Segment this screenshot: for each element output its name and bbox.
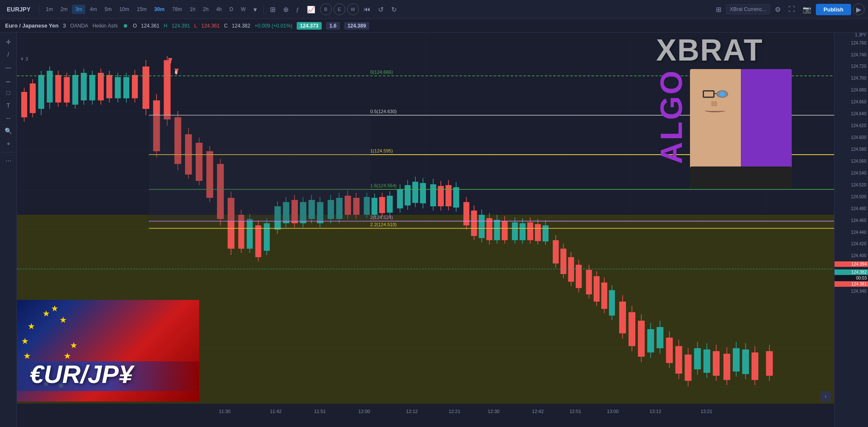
tf-D[interactable]: D <box>227 5 236 14</box>
crosshair-tool[interactable]: ✛ <box>2 36 15 48</box>
svg-text:12:42: 12:42 <box>532 409 544 414</box>
horizontal-line-tool[interactable]: — <box>2 61 15 73</box>
tool-divider <box>2 152 15 152</box>
tf-78m[interactable]: 78m <box>169 5 185 14</box>
svg-text:12:00: 12:00 <box>359 409 370 414</box>
b-icon[interactable]: B <box>320 3 332 15</box>
more-tools[interactable]: ⋯ <box>2 155 15 167</box>
symbol-label: EURJPY <box>3 4 34 14</box>
full-symbol: Euro / Japanese Yen <box>5 22 58 29</box>
zoom-tool[interactable]: 🔍 <box>2 125 15 137</box>
magnet-tool[interactable]: ⌖ <box>2 138 15 150</box>
chart-type: Heikin Ashi <box>92 23 117 29</box>
tf-W[interactable]: W <box>238 5 248 14</box>
toolbar: EURJPY 1m 2m 3m 4m 5m 10m 15m 30m 78m 1h… <box>0 0 868 19</box>
publish-button[interactable]: Publish <box>816 4 851 15</box>
trend-line-tool[interactable]: / <box>2 49 15 61</box>
svg-text:6: 6 <box>175 70 178 75</box>
star-1: ★ <box>42 308 50 319</box>
low-value: 124.361 <box>201 23 220 29</box>
measure-tool[interactable]: ↔ <box>2 112 15 124</box>
svg-text:12:51: 12:51 <box>570 409 581 414</box>
price-change: +0.009 (+0.01%) <box>254 23 292 29</box>
tf-30m[interactable]: 30m <box>151 5 167 14</box>
tf-2m[interactable]: 2m <box>58 5 71 14</box>
status-dot <box>124 24 127 28</box>
tf-4m[interactable]: 4m <box>87 5 100 14</box>
price-540: 124.540 <box>851 171 866 175</box>
jpy-label: 1 JPY <box>855 33 866 37</box>
divider <box>39 4 39 14</box>
robot-portrait <box>690 69 792 188</box>
redo-btn[interactable]: ↻ <box>388 4 400 15</box>
rect-tool[interactable]: □ <box>2 87 15 99</box>
settings-btn[interactable]: ⚙ <box>772 4 784 15</box>
svg-text:11:42: 11:42 <box>270 409 282 414</box>
tf-15m[interactable]: 15m <box>134 5 150 14</box>
price-660: 124.660 <box>851 100 866 104</box>
high-label: H <box>164 23 167 29</box>
svg-text:1(124.595): 1(124.595) <box>370 148 392 153</box>
play-btn[interactable]: ▶ <box>853 3 865 15</box>
tf-5m[interactable]: 5m <box>102 5 115 14</box>
fib-tool[interactable]: ⚊ <box>2 74 15 86</box>
w-icon[interactable]: W <box>347 3 359 15</box>
strategy-btn[interactable]: 📈 <box>304 4 318 15</box>
interval: 3 <box>63 22 66 29</box>
compare-btn[interactable]: ⊕ <box>280 4 292 15</box>
tf-10m[interactable]: 10m <box>116 5 132 14</box>
replay-btn[interactable]: ⏮ <box>361 4 373 15</box>
divider2 <box>263 4 264 14</box>
fullscreen-btn[interactable]: ⛶ <box>785 4 798 15</box>
layout-btn[interactable]: ⊞ <box>713 4 724 15</box>
tf-dropdown-icon[interactable]: ▾ <box>250 4 260 15</box>
price-580: 124.580 <box>851 147 866 152</box>
price-500: 124.500 <box>851 194 866 199</box>
data-source: OANDA <box>70 23 88 29</box>
svg-text:1.6(124.564): 1.6(124.564) <box>370 183 397 188</box>
tf-2h[interactable]: 2h <box>200 5 211 14</box>
star-12: ★ <box>70 340 78 350</box>
drawing-toolbar: ✛ / — ⚊ □ T ↔ 🔍 ⌖ ⋯ <box>0 33 17 427</box>
price-340: 124.340 <box>851 289 866 294</box>
price-382-badge: 124.382 <box>835 269 868 275</box>
tf-1h[interactable]: 1h <box>186 5 198 14</box>
tf-4h[interactable]: 4h <box>213 5 225 14</box>
xbrat-selector[interactable]: XBrat Currenc... <box>726 4 770 14</box>
time-badge: 00:03 <box>835 275 868 281</box>
price-400: 124.400 <box>851 253 866 258</box>
svg-text:12:12: 12:12 <box>406 409 418 414</box>
tf-1m[interactable]: 1m <box>43 5 56 14</box>
price-640: 124.640 <box>851 111 866 116</box>
scroll-right-btn[interactable]: › <box>821 391 831 402</box>
screenshot-btn[interactable]: 📷 <box>800 4 814 15</box>
price-394-badge: 124.394 <box>835 261 868 267</box>
close-value: 124.382 <box>232 23 250 29</box>
price-680: 124.680 <box>851 88 866 92</box>
svg-text:11:30: 11:30 <box>219 409 231 414</box>
chart-type-btn[interactable]: ⊞ <box>267 4 278 15</box>
svg-text:0.5(124.630): 0.5(124.630) <box>370 109 397 114</box>
e-icon[interactable]: E <box>334 3 345 15</box>
open-label: O <box>133 23 137 29</box>
star-3: ★ <box>21 336 29 346</box>
price-760: 124.760 <box>851 41 866 45</box>
info-bar: Euro / Japanese Yen 3 OANDA Heikin Ashi … <box>0 19 868 33</box>
svg-text:13:00: 13:00 <box>607 409 619 414</box>
xbrat-title: XBRAT <box>656 33 763 67</box>
chart-area[interactable]: 5 6 <box>17 33 834 427</box>
svg-text:12:21: 12:21 <box>448 409 460 414</box>
main-layout: ✛ / — ⚊ □ T ↔ 🔍 ⌖ ⋯ <box>0 33 868 427</box>
price-700: 124.700 <box>851 76 866 80</box>
star-2: ★ <box>28 321 35 331</box>
svg-rect-206 <box>149 115 370 221</box>
undo-btn[interactable]: ↺ <box>375 4 387 15</box>
tf-3m[interactable]: 3m <box>72 5 85 14</box>
price-480: 124.480 <box>851 206 866 211</box>
indicator-btn[interactable]: ƒ <box>293 5 302 14</box>
price-720: 124.720 <box>851 64 866 69</box>
svg-text:12:30: 12:30 <box>488 409 500 414</box>
high-value: 124.391 <box>172 23 190 29</box>
svg-text:2(124.524): 2(124.524) <box>370 215 392 220</box>
text-tool[interactable]: T <box>2 100 15 111</box>
